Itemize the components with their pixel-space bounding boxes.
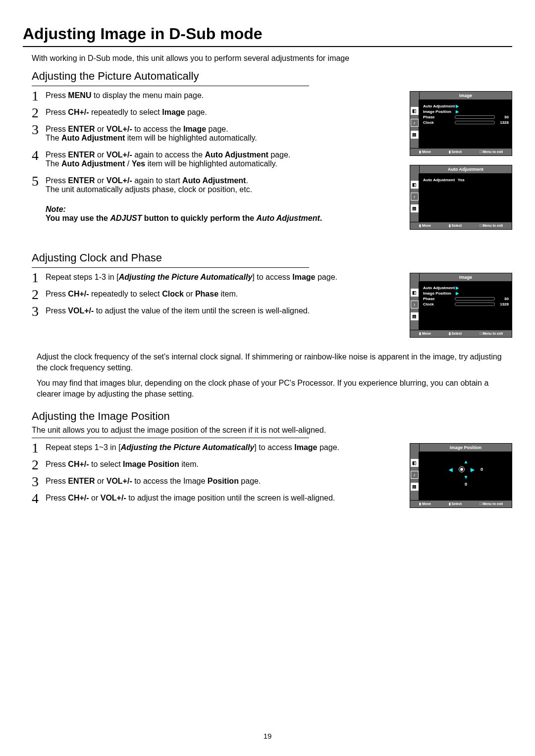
osd-item-clock: Clock <box>423 302 453 306</box>
t: Press <box>46 477 68 485</box>
osd-footer: Move Select Menu to exit <box>410 148 512 155</box>
t: Press <box>46 494 68 502</box>
t: Press <box>46 108 68 116</box>
t: Auto Adjustment <box>61 134 125 142</box>
t: to adjust the value of the item until th… <box>94 306 310 315</box>
t: Auto Adjustment <box>257 214 320 222</box>
position-pad: ▲ ◀ ▶ 0 ▼ 0 <box>423 455 509 489</box>
tab-setup-icon: ▤ <box>411 312 419 320</box>
footer-select: Select <box>449 502 462 506</box>
osd-tabs: ◧ ♪ ▤ <box>410 282 419 330</box>
footer-exit: Menu to exit <box>480 150 503 154</box>
t: or <box>95 125 107 133</box>
t: button to quickly perform the <box>142 214 256 222</box>
t: to access the <box>132 125 183 133</box>
t: or <box>95 176 107 185</box>
footer-exit: Menu to exit <box>480 224 503 228</box>
t: item. <box>218 290 238 298</box>
t: Clock <box>162 290 184 298</box>
section-pos-heading: Adjusting the Image Position <box>32 410 512 423</box>
tab-image-icon: ◧ <box>411 107 419 115</box>
arrow-right-icon: ▶ <box>471 467 475 472</box>
t: The <box>46 159 61 168</box>
t: item. <box>179 460 199 468</box>
t: VOL+/- <box>101 494 126 502</box>
tab-sound-icon: ♪ <box>411 301 419 308</box>
t: Press <box>46 125 68 133</box>
tab-setup-icon: ▤ <box>411 483 419 491</box>
step-auto-4: Press ENTER or VOL+/- again to access th… <box>32 151 349 176</box>
osd-item-phase: Phase <box>423 115 453 119</box>
step-auto-5: Press ENTER or VOL+/- again to start Aut… <box>32 176 349 202</box>
t: The <box>46 134 61 142</box>
t: page. <box>239 477 261 485</box>
tab-sound-icon: ♪ <box>411 471 419 479</box>
t: item will be highlighted automatically. <box>145 159 277 168</box>
t: repeatedly to select <box>89 108 162 116</box>
osd-image: Image ◧ ♪ ▤ Auto Adjustment▶ Image Posit… <box>410 91 512 156</box>
t: . <box>246 176 248 185</box>
osd-value-phase: 30 <box>497 115 509 119</box>
osd-title: Auto Adjustment <box>420 165 512 174</box>
pos-intro: The unit allows you to adjust the image … <box>32 426 512 435</box>
tab-sound-icon: ♪ <box>411 119 419 127</box>
step-auto-3: Press ENTER or VOL+/- to access the Imag… <box>32 125 349 151</box>
step-auto-2: Press CH+/- repeatedly to select Image p… <box>32 108 349 125</box>
t: The unit automatically adjusts phase, cl… <box>46 185 349 194</box>
section-auto-heading: Adjusting the Picture Automatically <box>32 70 512 83</box>
t: item will be highlighted automatically. <box>125 134 257 142</box>
footer-exit: Menu to exit <box>480 502 503 506</box>
t: MENU <box>68 91 91 100</box>
t: Adjusting the Picture Automatically <box>119 273 253 281</box>
t: Press <box>46 306 68 315</box>
t: Image <box>292 273 315 281</box>
t: to display the menu main page. <box>91 91 204 100</box>
t: Position <box>208 477 239 485</box>
t: or <box>184 290 195 298</box>
step-clock-2: Press CH+/- repeatedly to select Clock o… <box>32 290 349 306</box>
footer-move: Move <box>419 502 431 506</box>
t: Image <box>294 443 317 452</box>
footer-move: Move <box>419 332 431 336</box>
t: Auto Adjustment <box>205 151 268 159</box>
t: ENTER <box>68 125 95 133</box>
t: Adjusting the Picture Automatically <box>121 443 255 452</box>
osd-tabs: ◧ ♪ ▤ <box>410 174 419 222</box>
t: or <box>95 151 107 159</box>
slider-bar <box>455 121 495 124</box>
triangle-right-icon: ▶ <box>456 104 459 108</box>
t: ENTER <box>68 477 95 485</box>
t: repeatedly to select <box>89 290 162 298</box>
steps-auto: Press MENU to display the menu main page… <box>32 91 349 202</box>
osd-image-2: Image ◧ ♪ ▤ Auto Adjustment▶ Image Posit… <box>410 273 512 338</box>
t: Press <box>46 290 68 298</box>
footer-select: Select <box>449 150 462 154</box>
osd-item-auto: Auto Adjustment <box>423 104 453 108</box>
triangle-right-icon: ▶ <box>456 286 459 290</box>
t: to select <box>89 460 123 468</box>
step-pos-3: Press ENTER or VOL+/- to access the Imag… <box>32 477 349 494</box>
t: to adjust the image position until the s… <box>126 494 335 502</box>
t: Press <box>46 460 68 468</box>
t: Yes <box>132 159 146 168</box>
t: page. <box>315 273 337 281</box>
t: VOL+/- <box>107 477 132 485</box>
t: CH+/- <box>68 290 89 298</box>
t: Image <box>162 108 185 116</box>
tab-image-icon: ◧ <box>411 459 419 467</box>
triangle-right-icon: ▶ <box>456 109 459 114</box>
footer-move: Move <box>419 150 431 154</box>
osd-footer: Move Select Menu to exit <box>410 222 512 229</box>
step-pos-1: Repeat steps 1~3 in [Adjusting the Pictu… <box>32 443 349 460</box>
t: Image Position <box>123 460 179 468</box>
osd-title: Image Position <box>420 444 512 452</box>
step-pos-4: Press CH+/- or VOL+/- to adjust the imag… <box>32 494 349 510</box>
t: ENTER <box>68 176 95 185</box>
t: again to access the <box>132 151 205 159</box>
t: CH+/- <box>68 108 89 116</box>
t: VOL+/- <box>68 306 94 315</box>
osd-footer: Move Select Menu to exit <box>410 330 512 337</box>
osd-title: Image <box>420 273 512 282</box>
t: . <box>320 214 322 222</box>
step-clock-3: Press VOL+/- to adjust the value of the … <box>32 306 349 323</box>
